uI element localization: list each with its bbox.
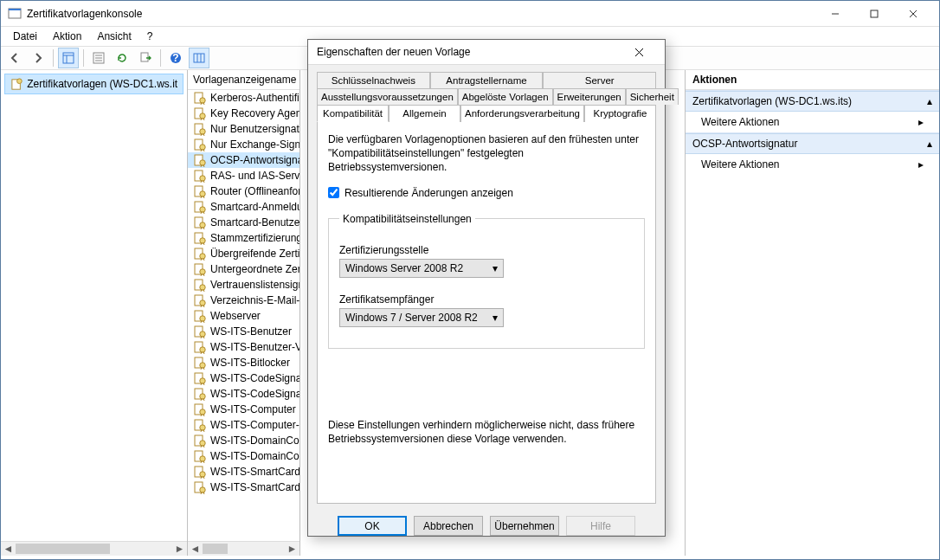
tab-abgel-ste-vorlagen[interactable]: Abgelöste Vorlagen bbox=[458, 88, 553, 105]
tab-server[interactable]: Server bbox=[543, 72, 656, 88]
refresh-icon[interactable] bbox=[112, 48, 132, 68]
tab-antragstellername[interactable]: Antragstellername bbox=[430, 72, 544, 88]
svg-point-36 bbox=[200, 207, 205, 212]
list-item-label: WS-ITS-DomainCon bbox=[210, 450, 299, 462]
list-item[interactable]: Stammzertifizierung bbox=[188, 230, 299, 246]
cert-icon bbox=[193, 106, 207, 120]
tab-ausstellungsvoraussetzungen[interactable]: Ausstellungsvoraussetzungen bbox=[317, 88, 458, 105]
forward-button[interactable] bbox=[28, 48, 48, 68]
svg-rect-13 bbox=[141, 53, 148, 61]
svg-point-20 bbox=[17, 79, 23, 84]
scroll-left-icon[interactable]: ◄ bbox=[1, 542, 16, 556]
list-item[interactable]: Kerberos-Authentifiz bbox=[188, 90, 299, 106]
export-icon[interactable] bbox=[135, 48, 156, 68]
actions-group-header[interactable]: Zertifikatvorlagen (WS-DC1.ws.its)▴ bbox=[686, 91, 939, 112]
cert-icon bbox=[193, 216, 207, 229]
toolbar-columns-icon[interactable] bbox=[189, 48, 209, 68]
tab-anforderungsverarbeitung[interactable]: Anforderungsverarbeitung bbox=[460, 105, 584, 122]
list-item[interactable]: WS-ITS-SmartCard_V bbox=[188, 480, 299, 495]
list-item[interactable]: WS-ITS-SmartCard bbox=[188, 464, 299, 480]
list-item[interactable]: Key Recovery Agent bbox=[188, 106, 299, 121]
list-item[interactable]: Vertrauenslistensign bbox=[188, 277, 299, 293]
svg-point-34 bbox=[200, 191, 205, 196]
list-item[interactable]: WS-ITS-Benutzer bbox=[188, 324, 299, 339]
list-item-label: WS-ITS-DomainCon bbox=[210, 434, 299, 447]
list-item[interactable]: Untergeordnete Zert bbox=[188, 261, 299, 277]
svg-point-24 bbox=[200, 113, 205, 119]
svg-point-60 bbox=[200, 394, 205, 399]
ca-select[interactable]: Windows Server 2008 R2 ▾ bbox=[339, 259, 504, 278]
toolbar-panes-icon[interactable] bbox=[58, 48, 79, 68]
ok-button[interactable]: OK bbox=[338, 516, 407, 536]
show-changes-label: Resultierende Änderungen anzeigen bbox=[344, 187, 513, 199]
list-hscrollbar[interactable]: ◄ ► bbox=[188, 541, 299, 556]
svg-point-26 bbox=[200, 129, 205, 134]
svg-point-62 bbox=[200, 409, 205, 415]
list-item[interactable]: Verzeichnis-E-Mail-R bbox=[188, 293, 299, 308]
list-item[interactable]: Nur Benutzersignatu bbox=[188, 121, 299, 137]
list-item-label: WS-ITS-SmartCard bbox=[210, 466, 299, 478]
tree-node-label: Zertifikatvorlagen (WS-DC1.ws.its) bbox=[27, 78, 177, 90]
svg-point-28 bbox=[200, 145, 205, 150]
tab-kompatibilit-t[interactable]: Kompatibilität bbox=[317, 105, 389, 122]
svg-point-50 bbox=[200, 316, 205, 321]
list-item[interactable]: RAS- und IAS-Server bbox=[188, 168, 299, 183]
apply-button[interactable]: Übernehmen bbox=[490, 516, 559, 536]
back-button[interactable] bbox=[4, 48, 25, 68]
cert-icon bbox=[193, 402, 207, 416]
recipient-label: Zertifikatsempfänger bbox=[339, 293, 634, 306]
close-button[interactable] bbox=[893, 2, 932, 26]
list-item[interactable]: Nur Exchange-Signa bbox=[188, 137, 299, 152]
help-icon[interactable]: ? bbox=[165, 48, 186, 68]
tab-kryptografie[interactable]: Kryptografie bbox=[584, 105, 656, 122]
tree-node-cert-templates[interactable]: Zertifikatvorlagen (WS-DC1.ws.its) bbox=[4, 74, 183, 94]
recipient-select[interactable]: Windows 7 / Server 2008 R2 ▾ bbox=[339, 308, 504, 327]
show-changes-checkbox-input[interactable] bbox=[328, 187, 339, 198]
svg-point-42 bbox=[200, 254, 205, 259]
tree-hscrollbar[interactable]: ◄ ► bbox=[1, 541, 187, 556]
svg-point-54 bbox=[200, 347, 205, 352]
list-item[interactable]: WS-ITS-CodeSignatu bbox=[188, 386, 299, 402]
scroll-right-icon[interactable]: ► bbox=[285, 542, 299, 556]
list-item[interactable]: WS-ITS-CodeSignatu bbox=[188, 370, 299, 386]
list-item[interactable]: WS-ITS-Bitlocker bbox=[188, 355, 299, 370]
list-item[interactable]: Smartcard-Anmeldu bbox=[188, 199, 299, 215]
list-item[interactable]: WS-ITS-Computer bbox=[188, 402, 299, 417]
actions-more-link[interactable]: Weitere Aktionen▸ bbox=[686, 112, 939, 132]
compat-footer-note: Diese Einstellungen verhindern möglicher… bbox=[328, 418, 645, 446]
tab-allgemein[interactable]: Allgemein bbox=[389, 105, 460, 122]
list-item[interactable]: Webserver bbox=[188, 308, 299, 324]
tab-schl-sselnachweis[interactable]: Schlüsselnachweis bbox=[317, 72, 430, 88]
scroll-right-icon[interactable]: ► bbox=[172, 542, 187, 556]
list-item[interactable]: Router (Offlineanfor bbox=[188, 183, 299, 199]
list-item[interactable]: WS-ITS-DomainCon bbox=[188, 433, 299, 448]
list-item-label: WS-ITS-Benutzer-V2 bbox=[210, 341, 299, 353]
cert-icon bbox=[193, 480, 207, 494]
ca-select-value: Windows Server 2008 R2 bbox=[345, 262, 463, 274]
actions-more-link[interactable]: Weitere Aktionen▸ bbox=[686, 154, 939, 175]
maximize-button[interactable] bbox=[854, 2, 893, 26]
list-item[interactable]: Übergreifende Zertif bbox=[188, 246, 299, 261]
menu-action[interactable]: Aktion bbox=[46, 29, 88, 44]
menu-file[interactable]: Datei bbox=[6, 29, 44, 44]
cert-icon bbox=[193, 293, 207, 307]
scroll-left-icon[interactable]: ◄ bbox=[188, 542, 203, 556]
list-item[interactable]: OCSP-Antwortsignat bbox=[188, 152, 299, 168]
minimize-button[interactable] bbox=[815, 2, 854, 26]
menu-view[interactable]: Ansicht bbox=[90, 29, 138, 44]
list-item[interactable]: WS-ITS-DomainCon bbox=[188, 448, 299, 464]
list-item[interactable]: Smartcard-Benutzer bbox=[188, 215, 299, 230]
show-changes-checkbox[interactable]: Resultierende Änderungen anzeigen bbox=[328, 187, 645, 199]
cert-icon bbox=[193, 434, 207, 447]
actions-group-header[interactable]: OCSP-Antwortsignatur▴ bbox=[686, 133, 939, 154]
tab-sicherheit[interactable]: Sicherheit bbox=[626, 88, 679, 105]
window-titlebar: Zertifikatvorlagenkonsole bbox=[1, 1, 939, 27]
list-item[interactable]: WS-ITS-Computer-V bbox=[188, 417, 299, 433]
dialog-close-button[interactable] bbox=[621, 40, 656, 64]
cancel-button[interactable]: Abbrechen bbox=[414, 516, 483, 536]
menu-help[interactable]: ? bbox=[140, 29, 160, 44]
tab-erweiterungen[interactable]: Erweiterungen bbox=[553, 88, 626, 105]
list-column-header[interactable]: Vorlagenanzeigename bbox=[188, 70, 299, 90]
toolbar-list-icon[interactable] bbox=[88, 48, 109, 68]
list-item[interactable]: WS-ITS-Benutzer-V2 bbox=[188, 339, 299, 355]
